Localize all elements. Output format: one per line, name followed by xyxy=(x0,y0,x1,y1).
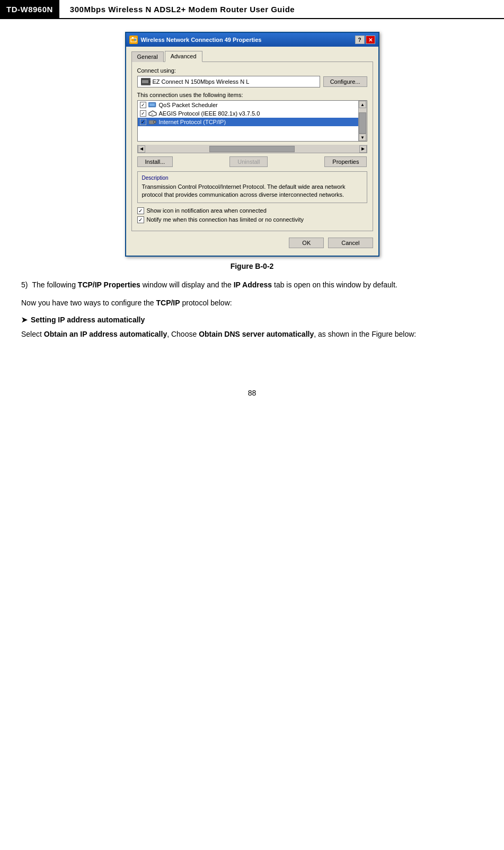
connect-using-label: Connect using: xyxy=(137,67,367,74)
section1-heading-text: Setting IP address automatically xyxy=(31,316,145,324)
figure-caption: Figure B-0-2 xyxy=(21,262,483,270)
page-content: Wireless Network Connection 49 Propertie… xyxy=(0,19,504,367)
connect-using-row: EZ Connect N 150Mbps Wireless N L Config… xyxy=(137,76,367,87)
scroll-up-arrow[interactable]: ▲ xyxy=(359,101,366,108)
dialog-content-area: Connect using: EZ Connect N 150Mbps Wire… xyxy=(131,62,373,231)
tcpip-icon xyxy=(148,119,157,125)
list-item[interactable]: ✓ QoS Packet Scheduler xyxy=(138,101,367,109)
items-label: This connection uses the following items… xyxy=(137,92,367,98)
svg-rect-1 xyxy=(132,37,134,39)
description-label: Description xyxy=(142,175,362,181)
help-button[interactable]: ? xyxy=(355,36,365,44)
uninstall-button[interactable]: Uninstall xyxy=(229,156,268,167)
horiz-scroll-thumb xyxy=(209,146,295,152)
step5-paragraph: 5) The following TCP/IP Properties windo… xyxy=(21,279,483,291)
close-button[interactable]: ✕ xyxy=(366,36,375,44)
list-item-label: QoS Packet Scheduler xyxy=(159,102,218,108)
description-text: Transmission Control Protocol/Internet P… xyxy=(142,183,362,199)
checkbox-qos[interactable]: ✓ xyxy=(140,102,146,108)
device-icon xyxy=(141,78,151,85)
scroll-track xyxy=(359,108,366,134)
configure-button[interactable]: Configure... xyxy=(323,76,367,87)
tab-advanced[interactable]: Advanced xyxy=(165,51,202,62)
svg-rect-4 xyxy=(142,80,148,83)
tcpip-bold: TCP/IP xyxy=(156,299,180,307)
svg-rect-5 xyxy=(149,81,151,83)
svg-rect-7 xyxy=(149,103,155,106)
list-item-selected[interactable]: ✓ Internet Protocol (TCP/IP) xyxy=(138,118,367,126)
device-box: EZ Connect N 150Mbps Wireless N L xyxy=(137,76,320,87)
brand-label: TD-W8960N xyxy=(0,0,59,18)
notify-label: Notify me when this connection has limit… xyxy=(147,216,304,223)
install-button[interactable]: Install... xyxy=(137,156,173,167)
horizontal-scrollbar[interactable]: ◀ ▶ xyxy=(137,145,367,153)
svg-text:A: A xyxy=(151,112,153,116)
properties-button[interactable]: Properties xyxy=(324,156,367,167)
scroll-left-arrow[interactable]: ◀ xyxy=(138,145,145,153)
dialog-body: General Advanced Connect using: xyxy=(126,47,378,256)
obtain-ip-bold: Obtain an IP address automatically xyxy=(44,330,167,338)
svg-point-2 xyxy=(134,39,136,41)
dialog-titlebar: Wireless Network Connection 49 Propertie… xyxy=(126,33,378,47)
checkbox-aegis[interactable]: ✓ xyxy=(140,110,146,117)
horiz-scroll-track xyxy=(145,145,359,153)
page-number: 88 xyxy=(0,389,504,408)
titlebar-buttons: ? ✕ xyxy=(355,36,375,44)
obtain-dns-bold: Obtain DNS server automatically xyxy=(199,330,314,338)
svg-point-12 xyxy=(154,121,155,123)
scroll-down-arrow[interactable]: ▼ xyxy=(359,134,366,141)
dialog-wrapper: Wireless Network Connection 49 Propertie… xyxy=(21,32,483,257)
cancel-button[interactable]: Cancel xyxy=(328,238,373,248)
dialog-title-icon xyxy=(129,36,138,44)
items-list: ✓ QoS Packet Scheduler ✓ xyxy=(137,100,367,142)
arrow-right-icon: ➤ xyxy=(21,316,28,324)
qos-icon xyxy=(148,102,157,108)
show-icon-checkbox[interactable]: ✓ xyxy=(137,207,144,214)
step5-item: 5) The following TCP/IP Properties windo… xyxy=(21,279,483,291)
tab-row: General Advanced xyxy=(131,51,373,62)
para1: Now you have two ways to configure the T… xyxy=(21,297,483,309)
notify-checkbox-row: ✓ Notify me when this connection has lim… xyxy=(137,216,367,223)
list-item[interactable]: ✓ A AEGIS Protocol (IEEE 802.1x) v3.7.5.… xyxy=(138,109,367,118)
tab-general[interactable]: General xyxy=(131,51,164,62)
aegis-icon: A xyxy=(148,110,157,117)
list-item-label: AEGIS Protocol (IEEE 802.1x) v3.7.5.0 xyxy=(159,110,260,117)
section1-heading: ➤ Setting IP address automatically xyxy=(21,316,483,324)
ok-button[interactable]: OK xyxy=(289,238,324,248)
titlebar-left: Wireless Network Connection 49 Propertie… xyxy=(129,36,262,44)
dialog-ok-row: OK Cancel xyxy=(131,235,373,250)
page-header: TD-W8960N 300Mbps Wireless N ADSL2+ Mode… xyxy=(0,0,504,19)
para2: Select Obtain an IP address automaticall… xyxy=(21,328,483,340)
device-name: EZ Connect N 150Mbps Wireless N L xyxy=(153,78,250,85)
tcp-ip-properties-bold: TCP/IP Properties xyxy=(78,281,140,289)
step5-text: The following TCP/IP Properties window w… xyxy=(32,279,397,291)
header-title: 300Mbps Wireless N ADSL2+ Modem Router U… xyxy=(59,0,504,18)
list-item-label: Internet Protocol (TCP/IP) xyxy=(159,119,226,125)
checkbox-tcpip[interactable]: ✓ xyxy=(140,119,146,125)
scrollbar[interactable]: ▲ ▼ xyxy=(358,101,367,141)
show-icon-checkbox-row: ✓ Show icon in notification area when co… xyxy=(137,207,367,214)
install-row: Install... Uninstall Properties xyxy=(137,156,367,167)
step5-num: 5) xyxy=(21,279,28,291)
ip-address-bold: IP Address xyxy=(234,281,272,289)
windows-dialog: Wireless Network Connection 49 Propertie… xyxy=(125,32,379,257)
notify-checkbox[interactable]: ✓ xyxy=(137,216,144,223)
dialog-title-text: Wireless Network Connection 49 Propertie… xyxy=(141,37,262,43)
show-icon-label: Show icon in notification area when conn… xyxy=(147,207,267,214)
description-box: Description Transmission Control Protoco… xyxy=(137,171,367,203)
scroll-right-arrow[interactable]: ▶ xyxy=(359,145,367,153)
scroll-thumb xyxy=(359,112,366,134)
